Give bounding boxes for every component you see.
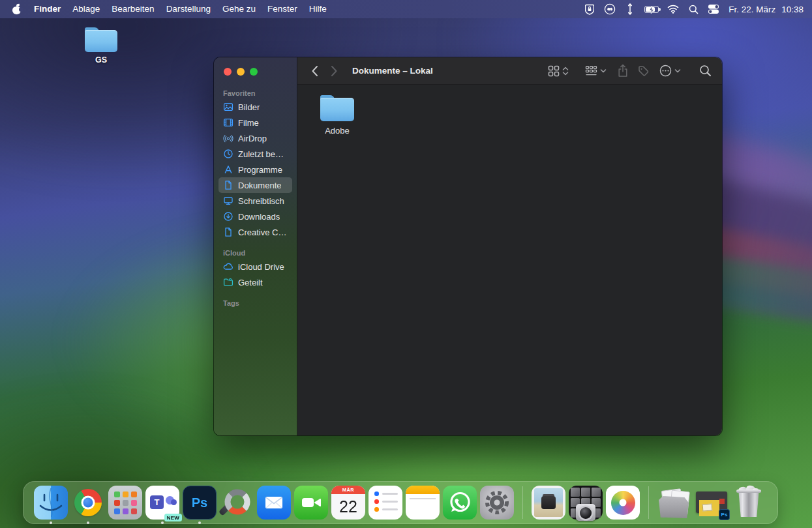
dock-launchpad-icon[interactable] xyxy=(108,486,142,520)
menu-fenster[interactable]: Fenster xyxy=(262,0,303,18)
teams-new-badge: NEW xyxy=(164,514,182,521)
dock-separator xyxy=(522,486,523,519)
finder-content: Adobe xyxy=(297,85,722,435)
sidebar-item-downloads[interactable]: Downloads xyxy=(218,209,292,224)
dock-mail-icon[interactable] xyxy=(257,486,291,520)
sidebar-label: Schreibtisch xyxy=(238,196,284,206)
sidebar-label: Zuletzt benutzt xyxy=(238,149,288,159)
downloads-icon xyxy=(223,211,233,222)
dock-photos-icon[interactable] xyxy=(606,486,640,520)
applications-icon xyxy=(223,164,233,175)
finder-sidebar: Favoriten Bilder Filme AirDrop Zuletzt b… xyxy=(214,57,297,435)
folder-icon xyxy=(320,95,354,121)
more-options-button[interactable] xyxy=(659,63,672,80)
sidebar-item-geteilt[interactable]: Geteilt xyxy=(218,274,292,290)
dock-photo-stack-icon[interactable] xyxy=(532,486,565,520)
dock-documents-stack-icon[interactable] xyxy=(657,486,691,520)
file-item-adobe[interactable]: Adobe xyxy=(316,95,359,136)
sidebar-label: Filme xyxy=(238,118,259,128)
dock-facetime-icon[interactable] xyxy=(294,486,328,520)
menu-clock[interactable]: Fr. 22. März 10:38 xyxy=(729,5,804,14)
sidebar-label: Geteilt xyxy=(238,278,263,287)
dock-notes-icon[interactable] xyxy=(406,486,440,520)
shield-lock-icon[interactable] xyxy=(582,3,597,16)
creative-cloud-icon[interactable] xyxy=(602,3,618,16)
sidebar-item-filme[interactable]: Filme xyxy=(218,115,292,130)
dock-whatsapp-icon[interactable] xyxy=(443,486,477,520)
photos-icon xyxy=(223,102,233,112)
clock-icon xyxy=(223,149,233,159)
dock-photoshop-document-icon[interactable]: Ps xyxy=(695,486,729,520)
sidebar-label: AirDrop xyxy=(238,134,267,143)
film-icon xyxy=(223,117,233,128)
battery-charging-icon[interactable] xyxy=(642,3,661,16)
sidebar-item-programme[interactable]: Programme xyxy=(218,162,292,177)
sidebar-section-tags: Tags xyxy=(214,298,297,309)
document-icon xyxy=(223,180,233,190)
minimize-button[interactable] xyxy=(237,68,245,76)
menu-bar: Finder Ablage Bearbeiten Darstellung Geh… xyxy=(0,0,812,18)
sidebar-item-bilder[interactable]: Bilder xyxy=(218,99,292,115)
sidebar-item-schreibtisch[interactable]: Schreibtisch xyxy=(218,193,292,209)
zoom-button[interactable] xyxy=(250,68,258,76)
sidebar-item-dokumente[interactable]: Dokumente xyxy=(218,177,292,193)
dock-photoshop-icon[interactable]: Ps xyxy=(183,486,217,520)
menu-ablage[interactable]: Ablage xyxy=(67,0,106,18)
photoshop-ps-glyph: Ps xyxy=(183,486,217,520)
sidebar-section-icloud: iCloud xyxy=(214,248,297,259)
calendar-month: MÄR xyxy=(331,486,365,494)
forward-button[interactable] xyxy=(326,63,342,80)
sidebar-item-zuletzt-benutzt[interactable]: Zuletzt benutzt xyxy=(218,146,292,162)
group-chevron-down-icon[interactable] xyxy=(600,63,607,80)
desktop: Finder Ablage Bearbeiten Darstellung Geh… xyxy=(0,0,812,528)
dock-teams-icon[interactable]: T NEW xyxy=(145,486,179,520)
sidebar-item-icloud-drive[interactable]: iCloud Drive xyxy=(218,259,292,274)
close-button[interactable] xyxy=(224,68,232,76)
sidebar-label: iCloud Drive xyxy=(238,262,284,272)
sidebar-label: Bilder xyxy=(238,102,260,112)
menu-bearbeiten[interactable]: Bearbeiten xyxy=(106,0,160,18)
back-button[interactable] xyxy=(307,63,322,80)
control-center-icon[interactable] xyxy=(706,3,721,16)
dock-screenshot-tool-icon[interactable] xyxy=(220,486,254,520)
group-button[interactable] xyxy=(584,63,598,80)
file-item-label: Adobe xyxy=(316,126,359,136)
cloud-icon xyxy=(223,261,233,272)
dock-reminders-icon[interactable] xyxy=(368,486,402,520)
menu-finder[interactable]: Finder xyxy=(28,0,67,18)
dock-camera-stack-icon[interactable] xyxy=(569,486,603,520)
dock: T NEW Ps xyxy=(23,481,778,524)
wifi-icon[interactable] xyxy=(665,3,681,16)
tag-button xyxy=(637,63,650,80)
view-chevron-updown-icon[interactable] xyxy=(562,63,569,80)
dock-calendar-icon[interactable]: MÄR 22 xyxy=(331,486,365,520)
apple-menu-icon[interactable] xyxy=(12,4,22,14)
menu-hilfe[interactable]: Hilfe xyxy=(303,0,333,18)
sidebar-item-creative-cloud[interactable]: Creative Clou… xyxy=(218,224,292,240)
dock-system-settings-icon[interactable] xyxy=(480,486,514,520)
dock-finder-icon[interactable] xyxy=(34,486,68,520)
finder-toolbar: Dokumente – Lokal xyxy=(297,57,722,85)
sidebar-section-favoriten: Favoriten xyxy=(214,88,297,99)
dock-chrome-icon[interactable] xyxy=(71,486,105,520)
menu-gehe-zu[interactable]: Gehe zu xyxy=(217,0,262,18)
document-icon xyxy=(223,227,233,237)
folder-icon xyxy=(85,27,117,52)
share-button xyxy=(617,63,629,80)
sidebar-item-airdrop[interactable]: AirDrop xyxy=(218,130,292,146)
sidebar-label: Dokumente xyxy=(238,181,281,190)
finder-main: Dokumente – Lokal xyxy=(297,57,722,435)
desktop-folder-label: GS xyxy=(80,55,122,65)
dock-trash-icon[interactable] xyxy=(732,486,766,520)
icon-view-button[interactable] xyxy=(547,63,560,80)
sidebar-label: Downloads xyxy=(238,212,280,222)
desktop-folder-gs[interactable]: GS xyxy=(80,27,122,65)
spotlight-search-icon[interactable] xyxy=(685,3,701,16)
menu-darstellung[interactable]: Darstellung xyxy=(160,0,217,18)
window-title: Dokumente – Lokal xyxy=(352,66,433,76)
more-chevron-down-icon[interactable] xyxy=(674,63,681,80)
vertical-resize-icon[interactable] xyxy=(622,3,638,16)
desktop-icon xyxy=(223,196,233,206)
search-button[interactable] xyxy=(699,63,712,80)
window-controls xyxy=(224,68,258,76)
